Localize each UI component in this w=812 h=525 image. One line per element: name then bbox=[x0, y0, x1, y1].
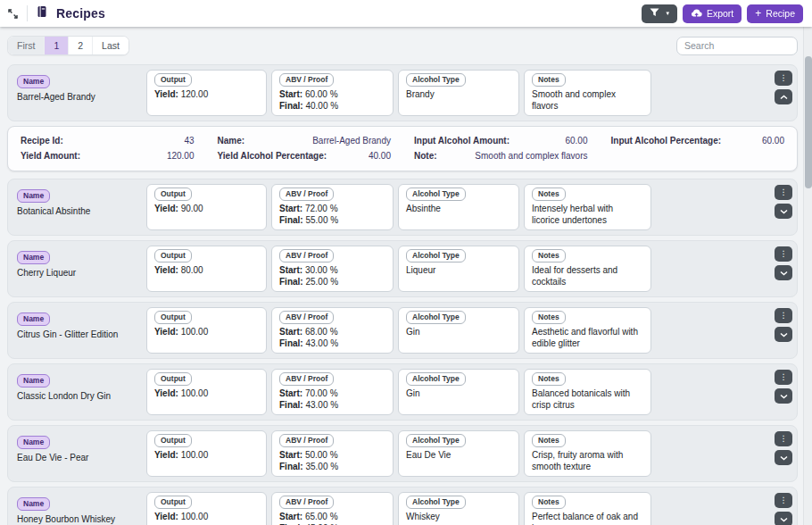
abv-proof-badge: ABV / Proof bbox=[279, 311, 334, 324]
recipe-card: Name Barrel-Aged Brandy Output Yield: 12… bbox=[7, 64, 798, 121]
start-value: 60.00 % bbox=[305, 89, 338, 99]
output-badge: Output bbox=[154, 496, 192, 509]
yield-value: 100.00 bbox=[181, 512, 209, 521]
recipe-name: Cherry Liqueur bbox=[17, 268, 140, 279]
expand-icon[interactable] bbox=[7, 8, 19, 20]
recipe-name: Classic London Dry Gin bbox=[17, 391, 140, 402]
chevron-icon bbox=[780, 394, 788, 399]
recipe-name: Citrus Gin - Glitter Edition bbox=[17, 329, 140, 340]
top-bar: Recipes ▾ Export + Recipe bbox=[0, 0, 812, 27]
card-spacer bbox=[656, 492, 768, 525]
row-menu-button[interactable]: ⋮ bbox=[775, 246, 792, 262]
row-expand-button[interactable] bbox=[775, 327, 792, 342]
filter-dropdown-button[interactable]: ▾ bbox=[642, 4, 677, 23]
kebab-icon: ⋮ bbox=[780, 188, 788, 196]
output-panel: Output Yield: 90.00 bbox=[146, 184, 267, 230]
yield-value: 80.00 bbox=[181, 265, 203, 275]
vertical-scrollbar[interactable] bbox=[803, 27, 812, 525]
cloud-upload-icon bbox=[691, 8, 702, 20]
card-actions: ⋮ bbox=[773, 369, 792, 415]
scrollbar-thumb[interactable] bbox=[805, 56, 812, 188]
chevron-icon bbox=[780, 517, 788, 522]
name-badge: Name bbox=[17, 312, 50, 326]
start-label: Start: bbox=[279, 265, 302, 275]
output-panel: Output Yield: 100.00 bbox=[146, 307, 267, 354]
card-spacer bbox=[656, 430, 768, 477]
detail-label: Name: bbox=[218, 135, 245, 147]
page-button-first[interactable]: First bbox=[8, 37, 45, 54]
final-value: 25.00 % bbox=[305, 277, 338, 287]
detail-label: Yield Amount: bbox=[21, 150, 80, 162]
alcohol-type-badge: Alcohol Type bbox=[406, 188, 466, 201]
detail-value: 60.00 bbox=[762, 135, 784, 147]
export-button[interactable]: Export bbox=[683, 4, 742, 23]
row-expand-button[interactable] bbox=[775, 450, 792, 465]
notes-panel: Notes Smooth and complex flavors bbox=[524, 70, 651, 116]
output-badge: Output bbox=[154, 311, 192, 324]
detail-label: Input Alcohol Amount: bbox=[414, 135, 510, 147]
abv-proof-panel: ABV / Proof Start: 72.00 % Final: 55.00 … bbox=[271, 184, 394, 230]
yield-value: 90.00 bbox=[181, 204, 203, 213]
row-menu-button[interactable]: ⋮ bbox=[775, 493, 792, 508]
row-menu-button[interactable]: ⋮ bbox=[775, 370, 792, 385]
alcohol-type-value: Absinthe bbox=[406, 203, 511, 214]
row-expand-button[interactable] bbox=[775, 265, 792, 280]
abv-proof-panel: ABV / Proof Start: 30.00 % Final: 25.00 … bbox=[271, 246, 394, 292]
row-menu-button[interactable]: ⋮ bbox=[775, 71, 792, 86]
notes-badge: Notes bbox=[532, 73, 566, 87]
notes-panel: Notes Perfect balance of oak and honey bbox=[524, 492, 651, 525]
search-input[interactable] bbox=[676, 37, 798, 55]
notes-value: Ideal for desserts and cocktails bbox=[532, 264, 643, 288]
output-panel: Output Yield: 100.00 bbox=[146, 430, 267, 477]
recipe-list: Name Barrel-Aged Brandy Output Yield: 12… bbox=[7, 64, 798, 525]
page-title: Recipes bbox=[56, 6, 105, 21]
start-value: 50.00 % bbox=[305, 450, 338, 460]
start-label: Start: bbox=[279, 89, 302, 99]
recipe-name: Botanical Absinthe bbox=[17, 206, 140, 217]
alcohol-type-value: Gin bbox=[406, 326, 511, 338]
name-badge: Name bbox=[17, 251, 50, 264]
row-expand-button[interactable] bbox=[775, 512, 792, 525]
alcohol-type-badge: Alcohol Type bbox=[406, 496, 466, 509]
abv-proof-badge: ABV / Proof bbox=[279, 496, 334, 509]
name-column: Name Cherry Liqueur bbox=[13, 246, 142, 292]
page-button-1[interactable]: 1 bbox=[45, 37, 69, 54]
abv-proof-badge: ABV / Proof bbox=[279, 249, 334, 262]
notes-badge: Notes bbox=[532, 372, 566, 386]
pagination: First12Last bbox=[7, 36, 129, 55]
add-recipe-button[interactable]: + Recipe bbox=[747, 4, 803, 23]
kebab-icon: ⋮ bbox=[780, 312, 788, 320]
plus-icon: + bbox=[755, 7, 761, 20]
page-button-2[interactable]: 2 bbox=[69, 37, 93, 54]
row-menu-button[interactable]: ⋮ bbox=[775, 308, 792, 323]
final-value: 43.00 % bbox=[305, 400, 338, 410]
name-column: Name Citrus Gin - Glitter Edition bbox=[13, 307, 142, 354]
card-spacer bbox=[656, 307, 768, 354]
detail-label: Note: bbox=[414, 150, 437, 162]
card-actions: ⋮ bbox=[773, 492, 792, 525]
start-value: 68.00 % bbox=[305, 327, 338, 337]
card-spacer bbox=[656, 70, 768, 116]
name-badge: Name bbox=[17, 374, 50, 388]
notes-value: Crisp, fruity aroma with smooth texture bbox=[532, 449, 643, 472]
recipe-name: Honey Bourbon Whiskey bbox=[17, 514, 140, 525]
notes-badge: Notes bbox=[532, 249, 566, 262]
output-badge: Output bbox=[154, 372, 192, 386]
notes-panel: Notes Balanced botanicals with crisp cit… bbox=[524, 369, 651, 415]
row-expand-button[interactable] bbox=[775, 89, 792, 104]
final-value: 55.00 % bbox=[305, 215, 338, 225]
alcohol-type-panel: Alcohol Type Brandy bbox=[398, 70, 519, 116]
book-icon bbox=[36, 5, 48, 21]
abv-proof-panel: ABV / Proof Start: 65.00 % Final: 45.00 … bbox=[271, 492, 394, 525]
yield-value: 120.00 bbox=[181, 89, 209, 99]
recipe-card: Name Botanical Absinthe Output Yield: 90… bbox=[7, 179, 798, 236]
row-expand-button[interactable] bbox=[775, 388, 792, 404]
row-expand-button[interactable] bbox=[775, 204, 792, 219]
yield-value: 100.00 bbox=[181, 388, 209, 398]
detail-label: Yield Alcohol Percentage: bbox=[218, 150, 327, 162]
row-menu-button[interactable]: ⋮ bbox=[775, 185, 792, 200]
row-menu-button[interactable]: ⋮ bbox=[775, 431, 792, 446]
output-badge: Output bbox=[154, 73, 192, 87]
page-button-last[interactable]: Last bbox=[93, 37, 128, 54]
final-label: Final: bbox=[279, 400, 303, 410]
